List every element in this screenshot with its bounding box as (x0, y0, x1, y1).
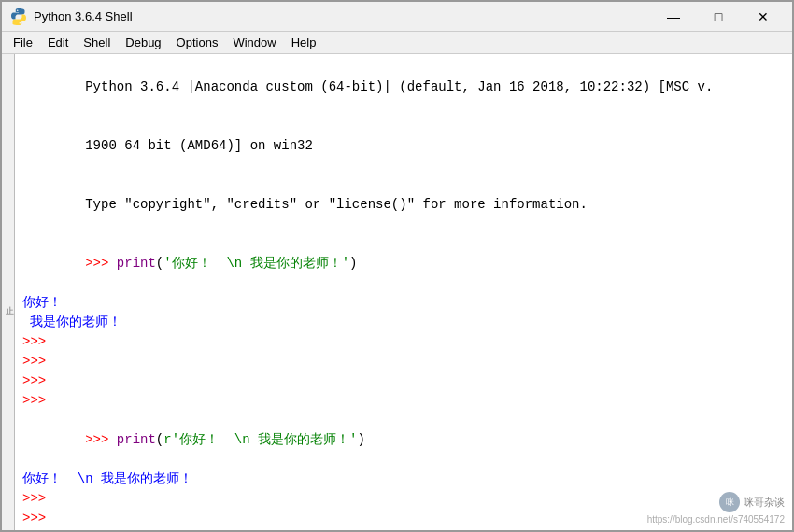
menu-window[interactable]: Window (225, 32, 283, 53)
maximize-button[interactable]: □ (697, 2, 740, 32)
prompt-empty-2: >>> (22, 352, 785, 371)
prompt-empty-7: >>> (22, 528, 785, 530)
side-label-1: 止 (6, 305, 14, 317)
title-bar: Python 3.6.4 Shell — □ ✕ (2, 2, 792, 32)
menu-options[interactable]: Options (169, 32, 226, 53)
watermark-url: https://blog.csdn.net/s740554172 (647, 514, 785, 525)
menu-edit[interactable]: Edit (40, 32, 76, 53)
prompt-empty-3: >>> (22, 371, 785, 391)
menu-shell[interactable]: Shell (76, 32, 118, 53)
header-line-3: Type "copyright", "credits" or "license(… (22, 175, 785, 234)
prompt-empty-1: >>> (22, 332, 785, 352)
watermark-logo: 咪 咪哥杂谈 (647, 492, 785, 512)
shell-line-1: >>> print('你好！ \n 我是你的老师！') (22, 234, 785, 293)
output-line-2: 我是你的老师！ (22, 313, 785, 332)
output-line-1: 你好！ (22, 293, 785, 313)
minimize-button[interactable]: — (652, 2, 695, 32)
close-button[interactable]: ✕ (742, 2, 785, 32)
python-icon (9, 7, 28, 26)
watermark: 咪 咪哥杂谈 https://blog.csdn.net/s740554172 (647, 492, 785, 525)
prompt-empty-4: >>> (22, 391, 785, 411)
main-area: 止 白 文 接 Python 3.6.4 |Anaconda custom (6… (2, 54, 792, 530)
prompt-1: >>> (85, 256, 117, 271)
output-raw-1: 你好！ \n 我是你的老师！ (22, 469, 785, 489)
window-controls: — □ ✕ (652, 2, 785, 32)
watermark-icon: 咪 (719, 492, 740, 512)
prompt-2: >>> (85, 432, 117, 447)
menu-debug[interactable]: Debug (118, 32, 168, 53)
shell-line-2: >>> print(r'你好！ \n 我是你的老师！') (22, 411, 785, 469)
main-window: Python 3.6.4 Shell — □ ✕ File Edit Shell… (0, 0, 794, 532)
shell-content[interactable]: Python 3.6.4 |Anaconda custom (64-bit)| … (15, 54, 792, 530)
menu-bar: File Edit Shell Debug Options Window Hel… (2, 32, 792, 54)
side-labels: 止 白 文 接 (2, 54, 15, 530)
menu-help[interactable]: Help (284, 32, 324, 53)
menu-file[interactable]: File (6, 32, 40, 53)
window-title: Python 3.6.4 Shell (34, 9, 652, 23)
watermark-name: 咪哥杂谈 (744, 496, 785, 510)
header-line-1: Python 3.6.4 |Anaconda custom (64-bit)| … (22, 58, 785, 117)
header-line-2: 1900 64 bit (AMD64)] on win32 (22, 117, 785, 175)
